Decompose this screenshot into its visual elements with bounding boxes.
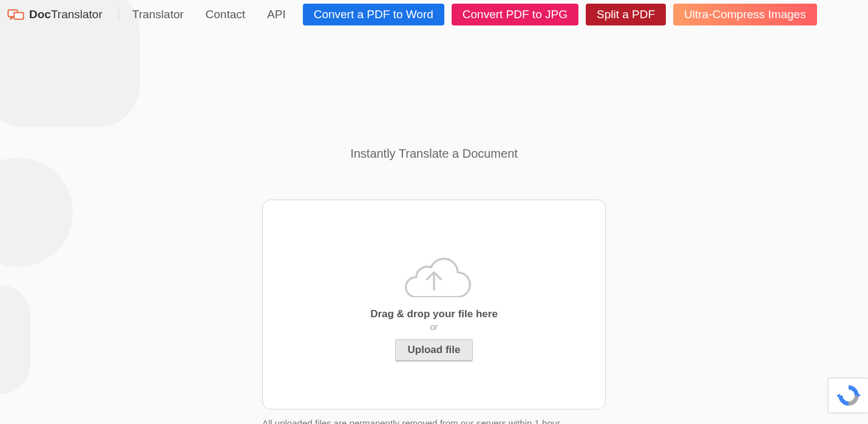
file-dropzone[interactable]: Drag & drop your file here or Upload fil… bbox=[262, 200, 606, 409]
logo-text: DocTranslator bbox=[29, 8, 103, 21]
recaptcha-icon bbox=[836, 383, 861, 408]
nav-contact[interactable]: Contact bbox=[206, 8, 245, 21]
svg-rect-5 bbox=[14, 13, 23, 19]
header: DocTranslator Translator Contact API Con… bbox=[0, 0, 868, 25]
nav-translator[interactable]: Translator bbox=[132, 8, 184, 21]
convert-pdf-to-jpg-button[interactable]: Convert PDF to JPG bbox=[452, 4, 578, 25]
upload-file-button[interactable]: Upload file bbox=[395, 339, 473, 362]
logo-icon bbox=[7, 8, 24, 21]
privacy-note: All uploaded files are permanently remov… bbox=[262, 418, 606, 424]
cloud-upload-icon bbox=[395, 247, 473, 297]
cta-row: Convert a PDF to Word Convert PDF to JPG… bbox=[303, 4, 817, 25]
page-title: Instantly Translate a Document bbox=[0, 147, 868, 161]
convert-pdf-to-word-button[interactable]: Convert a PDF to Word bbox=[303, 4, 444, 25]
logo[interactable]: DocTranslator bbox=[7, 8, 119, 21]
split-pdf-button[interactable]: Split a PDF bbox=[586, 4, 666, 25]
nav-links: Translator Contact API bbox=[132, 8, 286, 21]
drop-or-text: or bbox=[430, 322, 438, 332]
ultra-compress-button[interactable]: Ultra-Compress Images bbox=[673, 4, 817, 25]
drop-title: Drag & drop your file here bbox=[370, 308, 498, 320]
nav-api[interactable]: API bbox=[267, 8, 286, 21]
main: Instantly Translate a Document Drag & dr… bbox=[0, 147, 868, 424]
recaptcha-badge[interactable] bbox=[828, 378, 868, 413]
